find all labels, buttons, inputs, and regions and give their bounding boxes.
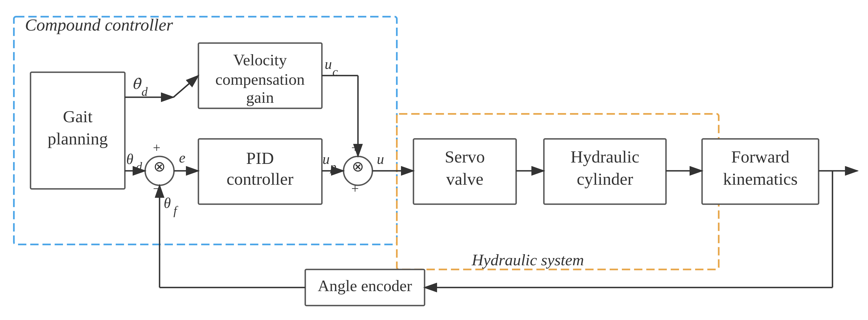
svg-text:c: c <box>333 65 338 79</box>
svg-text:+: + <box>351 181 359 196</box>
svg-text:e: e <box>179 150 185 166</box>
hydraulic-system-label: Hydraulic system <box>471 251 584 269</box>
servo-valve-label2: valve <box>446 170 484 188</box>
svg-text:d: d <box>142 85 148 98</box>
velocity-compensation-label2: compensation <box>215 70 305 88</box>
svg-text:u: u <box>377 151 384 167</box>
svg-text:θ: θ <box>126 151 133 167</box>
svg-text:u: u <box>322 151 330 167</box>
svg-text:⊗: ⊗ <box>153 158 166 174</box>
svg-line-10 <box>174 76 198 97</box>
velocity-compensation-label1: Velocity <box>233 51 287 69</box>
svg-text:+: + <box>153 140 160 155</box>
velocity-compensation-label3: gain <box>246 88 274 107</box>
hydraulic-cylinder-label1: Hydraulic <box>570 147 639 166</box>
angle-encoder-label: Angle encoder <box>318 277 412 295</box>
servo-valve-label1: Servo <box>445 147 485 166</box>
pid-controller-label1: PID <box>246 149 274 168</box>
svg-text:d: d <box>136 160 142 174</box>
forward-kinematics-label1: Forward <box>731 147 789 166</box>
diagram-container: Compound controller Gait planning Veloci… <box>0 0 868 320</box>
gait-planning-label: Gait <box>63 107 93 126</box>
svg-text:p: p <box>330 160 336 174</box>
forward-kinematics-label2: kinematics <box>723 170 798 188</box>
svg-text:⊗: ⊗ <box>352 158 364 174</box>
svg-text:u: u <box>325 56 332 72</box>
hydraulic-cylinder-label2: cylinder <box>577 170 633 188</box>
compound-controller-label: Compound controller <box>25 15 173 34</box>
svg-text:θ: θ <box>164 195 171 211</box>
svg-text:f: f <box>174 204 179 217</box>
svg-text:θ̇: θ̇ <box>132 76 142 92</box>
pid-controller-label2: controller <box>226 170 293 188</box>
gait-planning-label2: planning <box>48 129 108 148</box>
